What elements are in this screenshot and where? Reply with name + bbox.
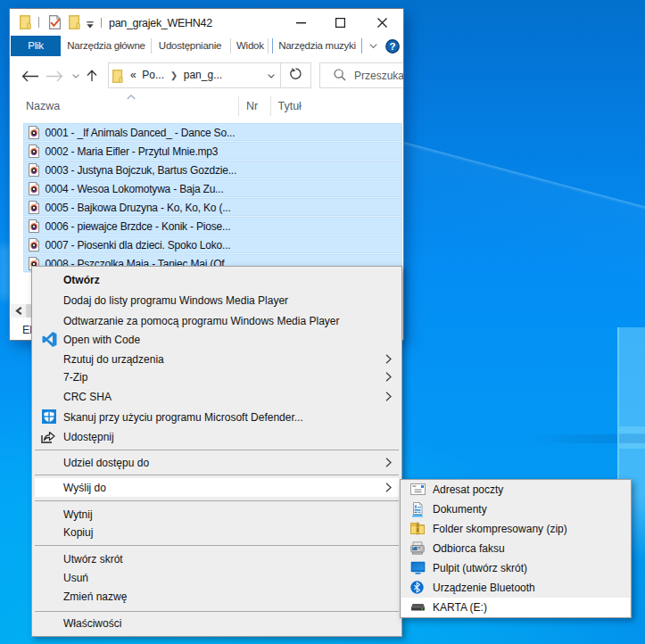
svg-text:?: ? (389, 41, 395, 52)
